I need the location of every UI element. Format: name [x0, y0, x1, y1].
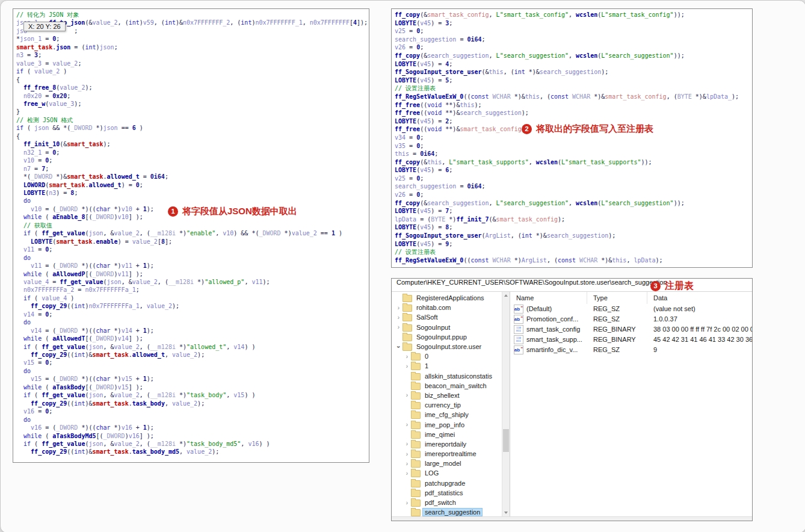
- registry-tree-pane: RegisteredApplications›rohitab.com›SalSo…: [392, 292, 510, 521]
- code-line: v10 = 0;: [16, 156, 369, 164]
- code-line: ff_copy(&this, L"smart_task_supports", w…: [395, 158, 752, 167]
- chevron-right-icon[interactable]: ›: [404, 353, 410, 360]
- scroll-down-icon[interactable]: [502, 509, 510, 516]
- registry-tree-item-allskin-statusiconstatis[interactable]: allskin_statusiconstatis: [392, 371, 502, 381]
- registry-tree-item-0[interactable]: ›0: [392, 351, 502, 361]
- folder-icon: [411, 460, 421, 468]
- value-name-cell: 110 011smart_task_config: [510, 324, 587, 335]
- registry-value-row-promotion-conf-[interactable]: abPromotion_conf...REG_SZ1.0.0.37: [510, 314, 752, 324]
- folder-icon: [402, 334, 412, 341]
- code-line: if ( ff_get_value(json, &value_2, (__m12…: [16, 440, 369, 448]
- registry-tree-item-log[interactable]: ›LOG: [392, 468, 502, 478]
- scroll-up-icon[interactable]: [502, 292, 510, 299]
- value-type: REG_BINARY: [587, 324, 647, 335]
- registry-value-row-smartinfo-dic-v-[interactable]: absmartinfo_dic_v...REG_SZ9: [510, 345, 752, 355]
- value-type: REG_BINARY: [587, 335, 647, 345]
- folder-icon: [411, 363, 421, 370]
- folder-icon: [411, 480, 421, 487]
- registry-tree-item-sogouinput[interactable]: ›SogouInput: [392, 323, 502, 332]
- chevron-right-icon[interactable]: ›: [404, 500, 410, 506]
- column-header-data[interactable]: Data: [647, 292, 752, 304]
- registry-tree-item-rohitab-com[interactable]: ›rohitab.com: [392, 303, 502, 312]
- code-line: ff_init_10(&smart_task);: [16, 140, 369, 148]
- registry-tree-item-currency-tip[interactable]: currency_tip: [392, 400, 502, 410]
- registry-tree-item-ime-qimei[interactable]: ime_qimei: [392, 430, 502, 439]
- code-line: v16 = (_DWORD *)((char *)v16 + 1);: [16, 424, 369, 431]
- value-name-cell: absmartinfo_dic_v...: [510, 345, 587, 355]
- registry-tree-item-beacon-main-switch[interactable]: beacon_main_switch: [392, 381, 502, 391]
- tree-item-label: patchupgrade: [423, 480, 467, 487]
- code-line: do: [16, 254, 369, 262]
- folder-icon: [411, 490, 421, 497]
- chevron-right-icon[interactable]: ›: [404, 451, 410, 457]
- tree-item-label: rohitab.com: [415, 304, 452, 311]
- folder-icon: [402, 295, 412, 302]
- chevron-right-icon[interactable]: ›: [404, 460, 410, 467]
- chevron-right-icon[interactable]: ›: [404, 421, 410, 428]
- chevron-right-icon[interactable]: ›: [404, 392, 410, 398]
- registry-tree-item-ime-cfg-shiply[interactable]: ime_cfg_shiply: [392, 410, 502, 419]
- chevron-right-icon[interactable]: ›: [395, 305, 402, 311]
- code-line: LOBYTE(v45) = 8;: [395, 223, 752, 232]
- registry-tree-item-imereportrealtime[interactable]: ›imereportrealtime: [392, 449, 502, 459]
- value-type: REG_SZ: [587, 314, 647, 324]
- code-line: do: [16, 197, 369, 205]
- code-line: *json_1 = 0;: [16, 35, 369, 43]
- registry-tree-item-patchupgrade[interactable]: patchupgrade: [392, 478, 502, 488]
- registry-tree-item-imereportdaily[interactable]: ›imereportdaily: [392, 439, 502, 449]
- code-line: LOWORD(smart_task.allowed_t) = 0;: [16, 181, 369, 189]
- code-line: while ( aTaskBodyMd5[(_DWORD)v16] );: [16, 432, 369, 440]
- chevron-right-icon[interactable]: ›: [395, 324, 402, 330]
- code-line: if ( value_4 ): [16, 294, 369, 302]
- registry-tree-item-biz-shellext[interactable]: ›biz_shellext: [392, 391, 502, 400]
- registry-tree-item-1[interactable]: ›1: [392, 361, 502, 371]
- chevron-right-icon[interactable]: ›: [404, 441, 410, 447]
- list-header: Name Type Data: [510, 292, 752, 304]
- folder-icon: [402, 314, 412, 321]
- registry-tree-item-sogouinput-ppup[interactable]: SogouInput.ppup: [392, 332, 502, 342]
- column-header-type[interactable]: Type: [587, 292, 647, 304]
- code-line: LOBYTE(v45) = 6;: [395, 166, 752, 175]
- code-line: ff_copy_29((int)&smart_task.allowed_t, v…: [16, 351, 369, 359]
- chevron-down-icon[interactable]: ›: [395, 344, 402, 350]
- registry-value-row--default-[interactable]: ab(Default)REG_SZ(value not set): [510, 304, 752, 314]
- chevron-right-icon[interactable]: ›: [404, 363, 410, 370]
- tree-scrollbar[interactable]: [502, 292, 510, 521]
- value-name: smartinfo_dic_v...: [526, 345, 578, 355]
- code-line: ff_SogouInput_store_user(&this, (int *)&…: [395, 68, 752, 76]
- tree-item-label: currency_tip: [423, 401, 463, 409]
- folder-icon: [411, 451, 421, 458]
- horizontal-scrollbar[interactable]: [392, 516, 752, 521]
- registry-tree-item-large-model[interactable]: ›large_model: [392, 459, 502, 468]
- code-line: ff_free((void **)&this);: [395, 101, 752, 110]
- code-line: free_w(value_3);: [16, 100, 369, 108]
- code-line: ff_copy(&smart_task_config, L"smart_task…: [395, 11, 752, 19]
- tree-item-label: pdf_switch: [423, 499, 458, 506]
- folder-icon: [402, 305, 412, 312]
- registry-value-row-smart-task-config[interactable]: 110 011smart_task_configREG_BINARY38 03 …: [510, 324, 752, 335]
- decompiler-left-panel: // 转化为 JSON 对象json_1 = ff_to_json(&value…: [13, 8, 369, 463]
- registry-tree-item-search-suggestion[interactable]: search_suggestion: [392, 507, 502, 517]
- registry-tree-item-ime-pop-info[interactable]: ›ime_pop_info: [392, 419, 502, 429]
- code-line: v16 = 0;: [16, 407, 369, 415]
- registry-tree-item-pdf-statistics[interactable]: pdf_statistics: [392, 488, 502, 498]
- chevron-right-icon[interactable]: ›: [404, 470, 410, 477]
- chevron-right-icon[interactable]: ›: [395, 314, 402, 321]
- registry-tree-item-salsoft[interactable]: ›SalSoft: [392, 312, 502, 322]
- code-line: while ( aAllowedT[(_DWORD)v14] );: [16, 335, 369, 342]
- registry-tree-item-sogouinput-store-user[interactable]: ›SogouInput.store.user: [392, 342, 502, 351]
- code-line: this = 0i64;: [395, 150, 752, 158]
- code-line: n0x20 = 0x20;: [16, 92, 369, 100]
- code-line: v25 = 0;: [395, 27, 752, 36]
- value-name: Promotion_conf...: [526, 314, 578, 324]
- code-line: ff_RegSetValueExW_0((const WCHAR *)ArgLi…: [395, 256, 752, 265]
- column-header-name[interactable]: Name: [510, 292, 587, 304]
- registry-address-bar[interactable]: Computer\HKEY_CURRENT_USER\SOFTWARE\Sogo…: [392, 279, 752, 292]
- code-line: if ( ff_get_value(json, &value_2, (__m12…: [16, 343, 369, 351]
- value-name: smart_task_supp...: [526, 335, 582, 345]
- registry-tree-item-registeredapplications[interactable]: RegisteredApplications: [392, 293, 502, 303]
- registry-tree-item-pdf-switch[interactable]: ›pdf_switch: [392, 498, 502, 507]
- scrollbar-thumb[interactable]: [503, 429, 509, 452]
- registry-value-row-smart-task-supp-[interactable]: 110 011smart_task_supp...REG_BINARY45 42…: [510, 335, 752, 345]
- reg-sz-icon: ab: [514, 305, 523, 314]
